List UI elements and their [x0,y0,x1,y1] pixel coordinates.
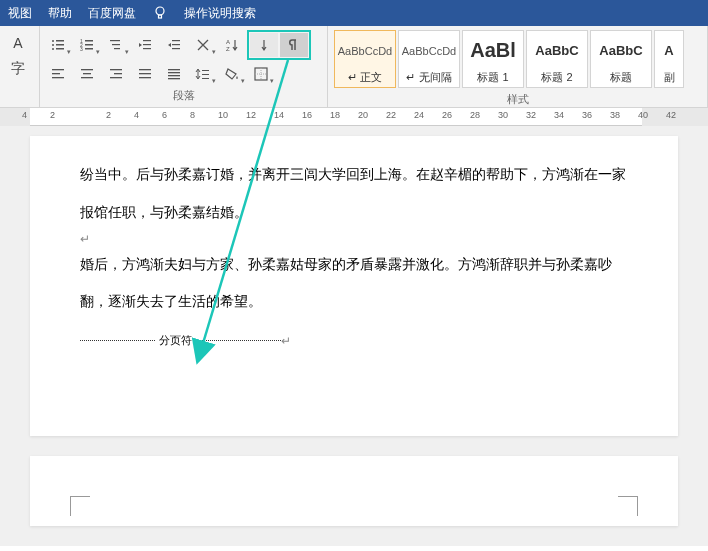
enclosed-char-button[interactable]: 字 [4,58,32,80]
ruler-tick: 38 [610,110,620,120]
ruler-tick: 18 [330,110,340,120]
paragraph-1[interactable]: 纷当中。后与孙柔嘉订婚，并离开三闾大学回到上海。在赵辛楣的帮助下，方鸿渐在一家报… [80,156,628,232]
bullets-button[interactable]: ▾ [44,33,72,57]
styles-gallery[interactable]: AaBbCcDd ↵ 正文 AaBbCcDd ↵ 无间隔 AaBl 标题 1 A… [332,28,703,90]
svg-rect-40 [168,78,180,79]
distributed-button[interactable] [160,62,188,86]
svg-rect-31 [110,69,122,70]
svg-point-2 [52,40,54,42]
ruler-tick: 32 [526,110,536,120]
document-area: 纷当中。后与孙柔嘉订婚，并离开三闾大学回到上海。在赵辛楣的帮助下，方鸿渐在一家报… [0,126,708,546]
font-a-button[interactable]: A [4,32,32,54]
sort-button[interactable]: AZ [218,33,246,57]
svg-rect-13 [85,48,93,50]
align-center-button[interactable] [73,62,101,86]
svg-rect-27 [52,77,64,78]
style-heading2[interactable]: AaBbC 标题 2 [526,30,588,88]
svg-rect-35 [139,73,151,74]
highlighted-buttons [247,30,311,60]
svg-rect-19 [143,48,151,49]
lightbulb-icon [152,5,168,21]
ruler-tick: 2 [106,110,111,120]
align-right-button[interactable] [102,62,130,86]
svg-rect-33 [110,77,122,78]
page-break-label: 分页符 [155,333,196,348]
menu-baidu-netdisk[interactable]: 百度网盘 [88,5,136,22]
paragraph-2[interactable]: 婚后，方鸿渐夫妇与方家、孙柔嘉姑母家的矛盾暴露并激化。方鸿渐辞职并与孙柔嘉吵翻，… [80,246,628,322]
svg-rect-36 [139,77,151,78]
ruler-tick: 36 [582,110,592,120]
show-hide-marks-button[interactable] [280,33,308,57]
svg-rect-39 [168,75,180,76]
ruler-tick: 8 [190,110,195,120]
ruler-tick: 42 [666,110,676,120]
menu-help[interactable]: 帮助 [48,5,72,22]
align-left-button[interactable] [44,62,72,86]
multilevel-list-button[interactable]: ▾ [102,33,130,57]
paragraph-group: ▾ 123▾ ▾ ▾ AZ ▾ ▾ ▾ [40,26,328,107]
ruler-tick: 4 [22,110,27,120]
ruler-tick: 30 [498,110,508,120]
shading-button[interactable]: ▾ [218,62,246,86]
ruler-tick: 40 [638,110,648,120]
svg-rect-1 [159,15,162,18]
svg-rect-3 [56,40,64,42]
document-page-1[interactable]: 纷当中。后与孙柔嘉订婚，并离开三闾大学回到上海。在赵辛楣的帮助下，方鸿渐在一家报… [30,136,678,436]
borders-button[interactable]: ▾ [247,62,275,86]
svg-rect-18 [143,44,151,45]
asian-layout-button[interactable]: ▾ [189,33,217,57]
svg-rect-20 [172,40,180,41]
style-heading1[interactable]: AaBl 标题 1 [462,30,524,88]
ruler-tick: 14 [274,110,284,120]
document-page-2[interactable] [30,456,678,526]
svg-rect-22 [172,48,180,49]
style-no-spacing[interactable]: AaBbCcDd ↵ 无间隔 [398,30,460,88]
ruler-tick: 20 [358,110,368,120]
horizontal-ruler[interactable]: 4224681012141618202224262830323436384042 [0,108,708,126]
svg-rect-25 [52,69,64,70]
svg-rect-11 [85,44,93,46]
svg-text:3: 3 [80,46,83,52]
styles-group-label: 样式 [332,90,703,109]
svg-rect-7 [56,48,64,50]
page-break-indicator: 分页符 ↵ [80,333,628,348]
ruler-tick: 28 [470,110,480,120]
sort-desc-button[interactable] [250,33,278,57]
style-title[interactable]: AaBbC 标题 [590,30,652,88]
numbering-button[interactable]: 123▾ [73,33,101,57]
svg-point-6 [52,48,54,50]
menu-view[interactable]: 视图 [8,5,32,22]
svg-rect-21 [172,44,180,45]
ruler-tick: 34 [554,110,564,120]
svg-point-0 [156,7,164,15]
svg-rect-5 [56,44,64,46]
ruler-tick: 22 [386,110,396,120]
svg-text:A: A [226,39,230,45]
svg-rect-30 [81,77,93,78]
svg-rect-32 [114,73,122,74]
increase-indent-button[interactable] [160,33,188,57]
svg-rect-34 [139,69,151,70]
line-spacing-button[interactable]: ▾ [189,62,217,86]
justify-button[interactable] [131,62,159,86]
svg-rect-41 [202,70,209,71]
styles-group: AaBbCcDd ↵ 正文 AaBbCcDd ↵ 无间隔 AaBl 标题 1 A… [328,26,708,107]
ruler-tick: 6 [162,110,167,120]
style-normal[interactable]: AaBbCcDd ↵ 正文 [334,30,396,88]
svg-rect-17 [143,40,151,41]
ruler-tick: 10 [218,110,228,120]
svg-text:Z: Z [226,46,230,52]
svg-rect-26 [52,73,60,74]
decrease-indent-button[interactable] [131,33,159,57]
font-tools-group: A 字 [0,26,40,107]
svg-rect-14 [110,40,120,41]
style-subtitle[interactable]: A 副 [654,30,684,88]
tell-me-search[interactable]: 操作说明搜索 [184,5,256,22]
ruler-tick: 26 [442,110,452,120]
ribbon: A 字 ▾ 123▾ ▾ ▾ AZ [0,26,708,108]
ruler-tick: 2 [50,110,55,120]
svg-rect-42 [202,74,209,75]
paragraph-group-label: 段落 [44,86,323,105]
svg-rect-43 [202,78,209,79]
paragraph-mark: ↵ [80,232,628,246]
